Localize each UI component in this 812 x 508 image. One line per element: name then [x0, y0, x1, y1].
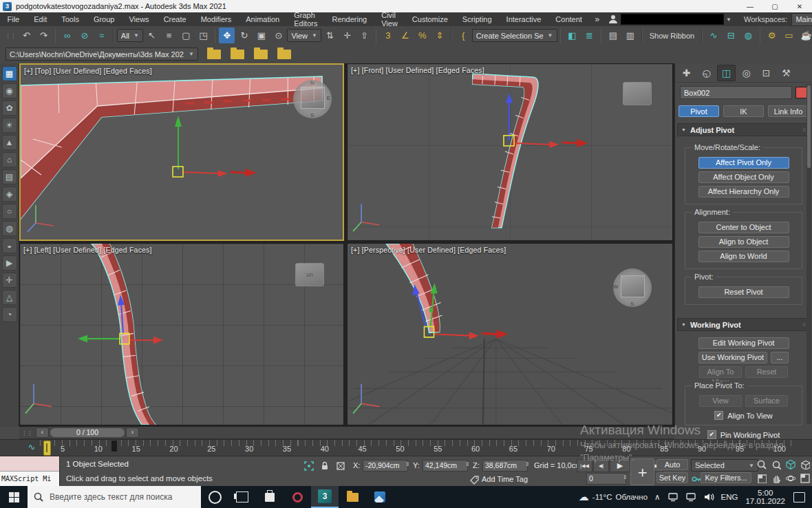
workspaces-dropdown[interactable]: Main Toolbar - modular ▼: [791, 13, 812, 26]
keyboard-override-icon[interactable]: ⇧: [356, 28, 372, 43]
side-icon-13[interactable]: ✛: [2, 273, 17, 288]
named-selection-set-dropdown[interactable]: Create Selection Se ▼: [472, 29, 557, 42]
reset-working-pivot-button[interactable]: Reset: [745, 366, 788, 378]
previous-frame-arrow[interactable]: ‹: [36, 427, 49, 438]
side-icon-6[interactable]: ⌂: [2, 152, 17, 167]
isolate-selection-icon[interactable]: [303, 460, 315, 472]
y-coordinate-field[interactable]: 42,149cm: [423, 460, 468, 472]
working-pivot-options-button[interactable]: ...: [771, 352, 789, 363]
selection-lock-icon[interactable]: [319, 460, 331, 472]
pin-working-pivot-checkbox[interactable]: ✔: [707, 430, 716, 439]
menu-item[interactable]: File: [0, 12, 27, 26]
side-icon-2[interactable]: ◉: [2, 83, 17, 98]
chevron-down-icon[interactable]: ▼: [726, 17, 731, 23]
menu-item[interactable]: Animation: [239, 12, 287, 26]
hierarchy-tab-icon[interactable]: ◫: [717, 65, 736, 81]
track-bar[interactable]: ∿ 51015202530354045505560657075808590951…: [0, 439, 812, 456]
next-frame-arrow[interactable]: ›: [126, 427, 139, 438]
align-to-object-button[interactable]: Align to Object: [698, 236, 789, 248]
auto-key-button[interactable]: Auto Key: [656, 459, 688, 470]
create-tab-icon[interactable]: ✚: [677, 65, 696, 81]
working-pivot-rollout-header[interactable]: ▼ Working Pivot ⁞⁞: [677, 318, 810, 331]
x-axis-arrow[interactable]: [231, 169, 257, 177]
use-pivot-point-icon[interactable]: ⇅: [322, 28, 338, 43]
side-icon-4[interactable]: ☀: [2, 118, 17, 133]
file-explorer-icon[interactable]: [339, 486, 366, 508]
mirror-icon[interactable]: ◧: [564, 28, 580, 43]
viewport-top[interactable]: [+] [Top] [User Defined] [Edged Faces]: [19, 63, 344, 241]
align-to-view-button[interactable]: Align To View: [699, 366, 742, 378]
side-qr-icon[interactable]: ▦: [2, 66, 17, 81]
network-tray-icon[interactable]: [682, 486, 700, 508]
ik-subtab[interactable]: IK: [723, 105, 764, 117]
select-and-scale-icon[interactable]: ▣: [253, 28, 269, 43]
affect-hierarchy-only-button[interactable]: Affect Hierarchy Only: [698, 186, 789, 198]
time-slider-caret[interactable]: [43, 441, 51, 456]
maximize-viewport-icon[interactable]: [798, 472, 812, 485]
zoom-all-icon[interactable]: [769, 458, 783, 472]
taskbar-search[interactable]: Введите здесь текст для поиска: [28, 486, 201, 508]
object-name-field[interactable]: Box002: [680, 86, 792, 99]
start-button[interactable]: [0, 486, 28, 508]
viewport-top-label[interactable]: [+] [Top] [User Defined] [Edged Faces]: [24, 67, 152, 75]
menu-item[interactable]: Tools: [54, 12, 87, 26]
pan-hand-icon[interactable]: [769, 472, 783, 485]
object-color-swatch[interactable]: [795, 87, 807, 98]
menu-overflow-chevron[interactable]: »: [589, 14, 605, 24]
rollout-drag-handle[interactable]: ⁞⁞: [803, 127, 806, 133]
spinner-snap-icon[interactable]: ⇕: [431, 28, 447, 43]
side-icon-9[interactable]: ○: [2, 204, 17, 219]
window-crossing-icon[interactable]: ◳: [195, 28, 211, 43]
menu-item[interactable]: Create: [156, 12, 193, 26]
percent-snap-icon[interactable]: %: [414, 28, 430, 43]
add-time-tag[interactable]: Add Time Tag: [482, 475, 528, 483]
place-pivot-surface-button[interactable]: Surface: [745, 395, 788, 407]
viewport-perspective-label[interactable]: [+] [Perspective] [User Defined] [Edged …: [351, 246, 506, 254]
side-icon-12[interactable]: ▶: [2, 255, 17, 271]
opera-browser-icon[interactable]: [284, 486, 311, 508]
viewport-perspective[interactable]: [+] [Perspective] [User Defined] [Edged …: [347, 243, 673, 425]
affect-object-only-button[interactable]: Affect Object Only: [698, 171, 789, 183]
menu-item[interactable]: Content: [548, 12, 590, 26]
redo-icon[interactable]: ↷: [36, 28, 52, 43]
cortana-button[interactable]: [201, 486, 228, 508]
use-center-icon[interactable]: ⊙: [270, 28, 286, 43]
project-path-dropdown[interactable]: C:\Users\Nochn\OneDrive\Документы\3ds Ma…: [6, 47, 198, 61]
named-selection-sets-icon[interactable]: {: [456, 28, 471, 43]
side-icon-3[interactable]: ✿: [2, 100, 17, 116]
photos-app-icon[interactable]: [366, 486, 394, 508]
microsoft-store-icon[interactable]: [256, 486, 284, 508]
zoom-extents-icon[interactable]: [783, 458, 798, 472]
z-coordinate-field[interactable]: 38,687cm: [482, 460, 528, 472]
use-working-pivot-button[interactable]: Use Working Pivot: [698, 352, 767, 363]
side-icon-8[interactable]: ◈: [2, 187, 17, 202]
mini-curve-editor-icon[interactable]: ∿: [25, 442, 39, 454]
set-key-button[interactable]: Set Key: [656, 472, 688, 483]
language-indicator[interactable]: ENG: [718, 486, 742, 508]
angle-snap-icon[interactable]: ∠: [397, 28, 413, 43]
select-and-move-icon[interactable]: ✥: [219, 28, 235, 43]
project-settings-icon[interactable]: [277, 50, 291, 59]
align-to-view-checkbox[interactable]: ✔: [714, 411, 723, 420]
layer-explorer-icon[interactable]: ▥: [622, 28, 638, 43]
minimize-button[interactable]: —: [738, 0, 762, 12]
sign-in-control[interactable]: ▼: [608, 14, 731, 25]
menu-item[interactable]: Group: [86, 12, 122, 26]
save-project-icon[interactable]: [254, 50, 268, 59]
weather-widget[interactable]: ☁ -11°C Облачно: [575, 486, 651, 508]
display-tray-icon[interactable]: [664, 486, 682, 508]
go-to-start-button[interactable]: |◀◀: [577, 459, 592, 472]
3ds-max-taskbar-icon[interactable]: 3: [311, 486, 339, 508]
set-keys-button[interactable]: ＋: [630, 458, 654, 485]
current-frame-field[interactable]: 0: [586, 473, 626, 485]
show-ribbon-button[interactable]: Show Ribbon: [645, 32, 698, 40]
pivot-subtab[interactable]: Pivot: [679, 105, 719, 117]
dope-sheet-icon[interactable]: ⊟: [723, 28, 739, 43]
selection-filter-dropdown[interactable]: All ▼: [117, 29, 143, 42]
x-coordinate-field[interactable]: -20,904cm: [363, 460, 408, 472]
bind-to-space-warp-icon[interactable]: ≈: [94, 28, 109, 43]
close-button[interactable]: ✕: [787, 0, 812, 12]
material-editor-icon[interactable]: ◍: [740, 28, 756, 43]
viewcube[interactable]: un: [295, 263, 324, 286]
snap-toggle-3d-icon[interactable]: 3: [380, 28, 396, 43]
